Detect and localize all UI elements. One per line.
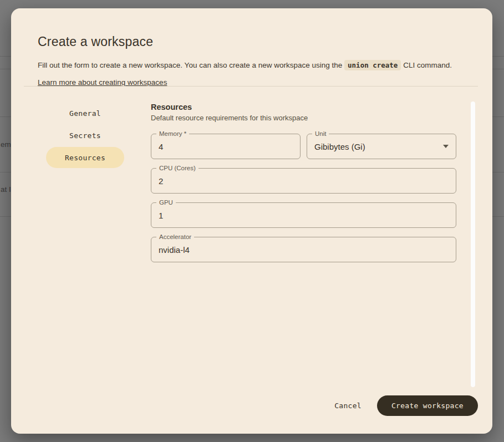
unit-select-value: Gibibytes (Gi) xyxy=(314,134,365,159)
cpu-input[interactable] xyxy=(151,169,456,193)
description-text: CLI command. xyxy=(401,61,452,69)
gpu-field-label: GPU xyxy=(156,199,176,206)
memory-field: Memory * xyxy=(151,134,301,159)
cpu-field: CPU (Cores) xyxy=(151,168,456,194)
nav-item-secrets[interactable]: Secrets xyxy=(46,125,124,146)
dialog-footer: Cancel Create workspace xyxy=(328,395,478,416)
accelerator-field-label: Accelerator xyxy=(156,233,194,241)
cpu-field-label: CPU (Cores) xyxy=(156,165,198,172)
gpu-field: GPU xyxy=(151,202,456,228)
accelerator-input[interactable] xyxy=(151,237,456,262)
unit-select[interactable]: Unit Gibibytes (Gi) xyxy=(307,134,456,159)
resources-section: Resources Default resource requirements … xyxy=(151,103,456,271)
create-workspace-dialog: Create a workspace Fill out the form to … xyxy=(11,8,492,434)
learn-more-link[interactable]: Learn more about creating workspaces xyxy=(38,78,167,87)
header-divider xyxy=(24,86,478,87)
description-text: Fill out the form to create a new worksp… xyxy=(38,61,344,69)
dialog-title: Create a workspace xyxy=(38,34,153,49)
resources-form: Memory * Unit Gibibytes (Gi) CPU (Cores)… xyxy=(151,134,456,262)
chevron-down-icon xyxy=(443,145,449,148)
section-title: Resources xyxy=(151,103,456,111)
dialog-description: Fill out the form to create a new worksp… xyxy=(38,60,476,70)
scrollbar-thumb[interactable] xyxy=(471,101,475,387)
cancel-button[interactable]: Cancel xyxy=(328,395,368,416)
nav-item-general[interactable]: General xyxy=(46,103,124,124)
create-workspace-button[interactable]: Create workspace xyxy=(377,395,478,416)
dialog-nav: General Secrets Resources xyxy=(46,103,124,169)
cli-command-chip: union create xyxy=(344,60,401,70)
section-subtitle: Default resource requirements for this w… xyxy=(151,114,456,122)
nav-item-resources[interactable]: Resources xyxy=(46,147,124,168)
memory-input[interactable] xyxy=(151,134,300,159)
gpu-input[interactable] xyxy=(151,203,456,227)
accelerator-field: Accelerator xyxy=(151,237,456,262)
memory-field-label: Memory * xyxy=(156,130,189,138)
